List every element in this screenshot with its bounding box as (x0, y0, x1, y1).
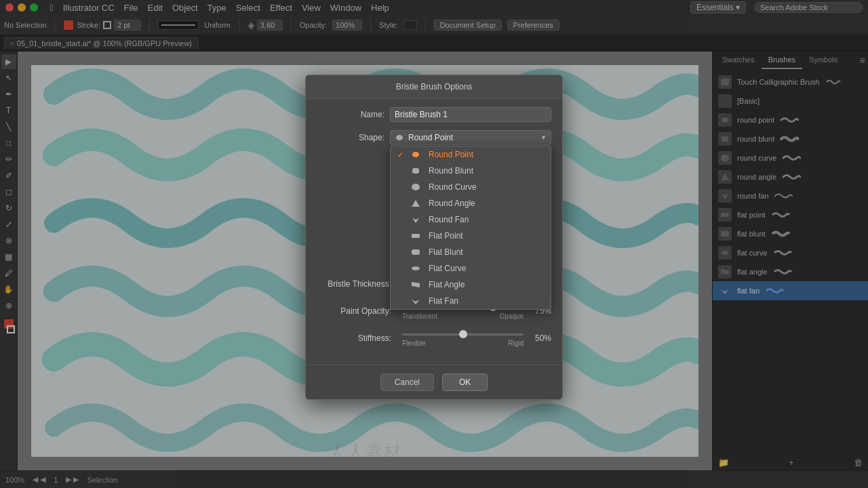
stiffness-right-label: Rigid (508, 340, 524, 347)
svg-rect-18 (412, 249, 420, 255)
dropdown-label: Round Curve (429, 182, 477, 192)
ok-button[interactable]: OK (442, 373, 488, 391)
dropdown-label: Round Point (429, 150, 473, 159)
shape-select-wrapper: Round Point ✓ Round Point (390, 130, 551, 145)
stiffness-row: Stiffness: Flexible Rigid 50% (317, 329, 551, 347)
dropdown-label: Round Angle (429, 199, 475, 208)
dialog-body: Name: Shape: Round Point ✓ (306, 99, 562, 365)
round-point-icon (411, 150, 423, 159)
bristle-thickness-label: Bristle Thickness: (317, 279, 398, 289)
shape-selected-value: Round Point (408, 133, 453, 142)
name-input[interactable] (390, 107, 551, 122)
shape-select-display[interactable]: Round Point (390, 130, 551, 145)
dropdown-item-flat-blunt[interactable]: Flat Blunt (391, 244, 551, 260)
dropdown-item-flat-fan[interactable]: Flat Fan (391, 293, 551, 309)
dropdown-item-flat-curve[interactable]: Flat Curve (391, 260, 551, 277)
dropdown-label: Round Fan (429, 215, 469, 224)
stiffness-inner: Stiffness: Flexible Rigid 50% (317, 329, 551, 347)
dropdown-label: Flat Fan (429, 296, 458, 306)
stiffness-slider-container: Flexible Rigid (402, 329, 524, 347)
shape-select-icon (395, 134, 404, 142)
shape-label: Shape: (317, 133, 384, 142)
dropdown-item-round-point[interactable]: ✓ Round Point (391, 146, 551, 163)
stiffness-left-label: Flexible (402, 340, 425, 347)
flat-fan-icon (411, 296, 423, 306)
paint-opacity-labels: Translucent Opaque (402, 312, 524, 320)
dropdown-label: Flat Point (429, 231, 463, 241)
dialog-title: Bristle Brush Options (306, 75, 562, 99)
dropdown-item-round-angle[interactable]: Round Angle (391, 195, 551, 211)
dialog-overlay: Bristle Brush Options Name: Shape: Round… (0, 0, 868, 488)
check-icon: ✓ (397, 150, 406, 159)
flat-angle-icon (411, 280, 423, 289)
svg-point-12 (396, 135, 403, 140)
paint-opacity-left-label: Translucent (402, 312, 437, 320)
shape-dropdown-menu[interactable]: ✓ Round Point Round Blunt (390, 146, 551, 310)
dropdown-item-flat-point[interactable]: Flat Point (391, 228, 551, 244)
dialog-name-row: Name: (317, 107, 551, 122)
svg-marker-20 (412, 282, 420, 287)
dropdown-item-round-blunt[interactable]: Round Blunt (391, 163, 551, 179)
svg-point-13 (412, 152, 419, 157)
stiffness-thumb[interactable] (459, 330, 467, 338)
svg-point-15 (412, 184, 420, 190)
svg-point-19 (412, 266, 420, 270)
stiffness-value: 50% (528, 333, 551, 343)
svg-marker-16 (412, 200, 420, 207)
round-angle-icon (411, 199, 423, 208)
dropdown-item-flat-angle[interactable]: Flat Angle (391, 277, 551, 293)
dropdown-label: Flat Angle (429, 280, 465, 289)
name-label: Name: (317, 110, 384, 119)
svg-rect-14 (412, 168, 419, 174)
stiffness-labels: Flexible Rigid (402, 340, 524, 347)
svg-rect-17 (412, 234, 420, 238)
dropdown-label: Round Blunt (429, 166, 473, 176)
paint-opacity-label: Paint Opacity: (317, 306, 398, 316)
dropdown-item-round-fan[interactable]: Round Fan (391, 211, 551, 228)
flat-point-icon (411, 231, 423, 241)
flat-blunt-icon (411, 247, 423, 257)
stiffness-label: Stiffness: (317, 333, 398, 343)
stiffness-track (402, 333, 524, 336)
flat-curve-icon (411, 264, 423, 273)
round-curve-icon (411, 182, 423, 192)
paint-opacity-right-label: Opaque (499, 312, 524, 320)
round-blunt-icon (411, 166, 423, 176)
round-fan-icon (411, 215, 423, 224)
dialog-shape-row: Shape: Round Point ✓ (317, 130, 551, 145)
dialog-buttons: Cancel OK (306, 365, 562, 399)
bristle-brush-dialog: Bristle Brush Options Name: Shape: Round… (305, 75, 563, 400)
cancel-button[interactable]: Cancel (380, 373, 434, 391)
dropdown-label: Flat Blunt (429, 247, 463, 257)
dropdown-label: Flat Curve (429, 264, 466, 273)
dropdown-item-round-curve[interactable]: Round Curve (391, 179, 551, 195)
